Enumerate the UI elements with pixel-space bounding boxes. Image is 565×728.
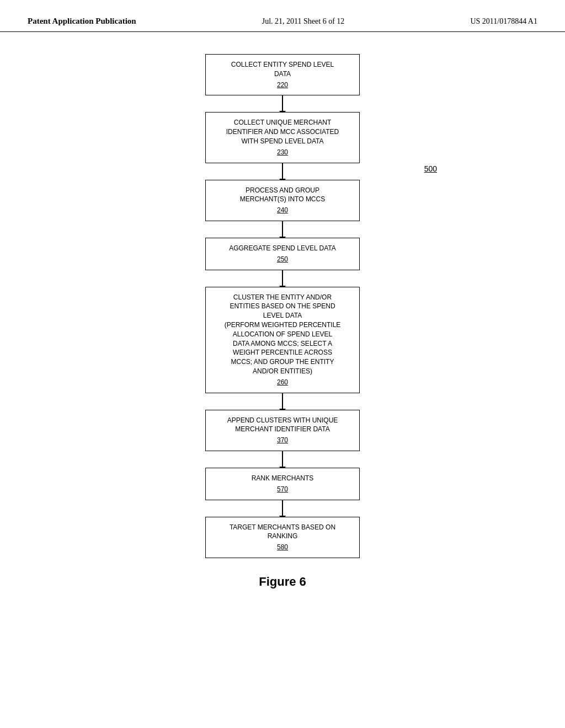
flowchart-box-570: RANK MERCHANTS 570 [205,468,360,500]
patent-number: US 2011/0178844 A1 [470,17,537,26]
flowchart-box-250: AGGREGATE SPEND LEVEL DATA 250 [205,238,360,270]
flowchart-box-260: CLUSTER THE ENTITY AND/ORENTITIES BASED … [205,287,360,393]
box-370-ref: 370 [214,436,351,445]
arrow-6 [282,451,283,468]
box-230-ref: 230 [214,148,351,157]
box-570-text: RANK MERCHANTS [252,474,314,482]
box-260-ref: 260 [214,378,351,387]
main-content: 500 COLLECT ENTITY SPEND LEVELDATA 220 C… [0,32,565,589]
arrow-4 [282,270,283,287]
box-240-ref: 240 [214,206,351,215]
flowchart-box-580: TARGET MERCHANTS BASED ONRANKING 580 [205,517,360,558]
box-250-text: AGGREGATE SPEND LEVEL DATA [229,244,336,252]
patent-title: Patent Application Publication [28,17,136,26]
box-570-ref: 570 [214,485,351,494]
diagram-label-500: 500 [424,164,437,173]
flowchart-diagram: 500 COLLECT ENTITY SPEND LEVELDATA 220 C… [117,54,448,589]
box-250-ref: 250 [214,255,351,264]
page-header: Patent Application Publication Jul. 21, … [0,0,565,32]
box-260-text: CLUSTER THE ENTITY AND/ORENTITIES BASED … [225,293,341,375]
flowchart-box-240: PROCESS AND GROUPMERCHANT(S) INTO MCCS 2… [205,180,360,221]
box-220-ref: 220 [214,81,351,90]
publication-date-sheet: Jul. 21, 2011 Sheet 6 of 12 [262,17,345,26]
flowchart-box-220: COLLECT ENTITY SPEND LEVELDATA 220 [205,54,360,95]
arrow-5 [282,393,283,410]
box-370-text: APPEND CLUSTERS WITH UNIQUEMERCHANT IDEN… [227,416,338,433]
arrow-3 [282,221,283,238]
arrow-1 [282,95,283,112]
box-580-ref: 580 [214,543,351,552]
flowchart-box-370: APPEND CLUSTERS WITH UNIQUEMERCHANT IDEN… [205,410,360,451]
flowchart-box-230: COLLECT UNIQUE MERCHANTIDENTIFIER AND MC… [205,112,360,163]
box-240-text: PROCESS AND GROUPMERCHANT(S) INTO MCCS [240,186,325,204]
figure-caption: Figure 6 [259,575,306,589]
box-230-text: COLLECT UNIQUE MERCHANTIDENTIFIER AND MC… [226,119,339,145]
box-220-text: COLLECT ENTITY SPEND LEVELDATA [231,61,334,78]
arrow-2 [282,163,283,180]
box-580-text: TARGET MERCHANTS BASED ONRANKING [230,523,335,540]
arrow-7 [282,500,283,517]
